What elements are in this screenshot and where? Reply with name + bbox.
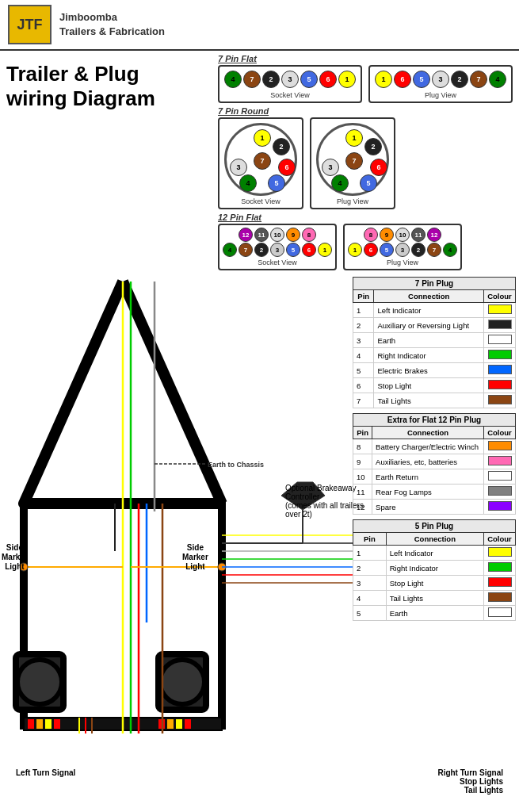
pin-s5: 5 <box>300 71 318 88</box>
pin-num: 2 <box>353 318 374 333</box>
flat7-row: 4 7 2 3 5 6 1 Socket View 1 6 5 3 2 <box>218 65 513 103</box>
col-colour: Colour <box>484 533 516 546</box>
pin12-p12: 12 <box>427 228 441 242</box>
rpin-p6: 6 <box>370 159 387 176</box>
pin-num: 5 <box>353 363 374 378</box>
diagrams-area: 7 Pin Flat 4 7 2 3 5 6 1 Socket View 1 <box>210 54 513 274</box>
pin-colour <box>484 606 516 621</box>
table-row: 9 Auxiliaries, etc, batteries <box>353 454 516 469</box>
col-connection: Connection <box>372 427 484 439</box>
main-wiring-area: Earth to Chassis Optional Brakeaway Cont… <box>0 274 519 765</box>
pin12-p10: 10 <box>395 228 410 242</box>
round7-row: 7 1 2 6 5 4 3 Socket View <box>218 117 513 209</box>
pin-colour <box>484 303 516 318</box>
side-marker-left-label: SideMarkerLight <box>2 543 28 572</box>
pin12-s2: 2 <box>254 243 269 257</box>
rpin-1: 1 <box>254 129 271 147</box>
pin12-p11: 11 <box>411 228 426 242</box>
pin-num: 6 <box>353 378 374 393</box>
bottom-labels: Left Turn Signal Right Turn Signal Stop … <box>0 765 519 798</box>
pin12-p2: 2 <box>411 243 426 257</box>
rpin-2: 2 <box>273 138 290 155</box>
pin-connection: Electric Brakes <box>374 363 484 378</box>
pin12-s3: 3 <box>270 243 284 257</box>
pin12-s7: 7 <box>239 243 253 257</box>
svg-rect-8 <box>36 719 43 729</box>
pin-num: 1 <box>353 546 387 561</box>
pin12-p5: 5 <box>380 243 394 257</box>
left-turn-signal-label: Left Turn Signal <box>16 768 75 795</box>
pin12-p3: 3 <box>395 243 410 257</box>
pin-connection: Battery Charger/Electric Winch <box>372 439 484 454</box>
pin12-p6: 6 <box>364 243 378 257</box>
rpin-p4: 4 <box>331 174 349 192</box>
svg-rect-12 <box>167 719 174 729</box>
table-row: 7 Tail Lights <box>353 393 516 408</box>
pin-connection: Left Indicator <box>386 546 483 561</box>
pin-colour <box>484 348 516 363</box>
pin-p2: 2 <box>451 71 468 88</box>
rpin-4: 4 <box>239 174 257 192</box>
round7-label: 7 Pin Round <box>218 106 513 116</box>
table-row: 1 Left Indicator <box>353 546 516 561</box>
table-7pin-title: 7 Pin Plug <box>353 278 516 290</box>
rpin-6: 6 <box>278 159 296 176</box>
pin-num: 3 <box>353 333 374 348</box>
svg-point-5 <box>160 660 204 704</box>
pin-num: 4 <box>353 348 374 363</box>
flat12-socket-caption: Socket View <box>223 259 332 266</box>
table-row: 1 Left Indicator <box>353 303 516 318</box>
flat12-row: 12 11 10 9 8 4 7 2 3 5 6 1 <box>218 224 513 270</box>
top-section: Trailer & Plugwiring Diagram 7 Pin Flat … <box>0 51 519 274</box>
table-row: 5 Earth <box>353 606 516 621</box>
pin-num: 2 <box>353 561 387 576</box>
pin-num: 9 <box>353 454 372 469</box>
col-pin: Pin <box>353 533 387 546</box>
pin-colour <box>484 454 516 469</box>
rpin-p3: 3 <box>322 159 339 176</box>
stop-lights-label: Stop Lights <box>437 777 503 786</box>
pin-num: 3 <box>353 576 387 591</box>
pin-num: 7 <box>353 393 374 408</box>
table-row: 4 Right Indicator <box>353 348 516 363</box>
pin-num: 5 <box>353 606 387 621</box>
flat12-plug-box: 8 9 10 11 12 1 6 5 3 2 7 4 <box>343 224 462 270</box>
pin-connection: Spare <box>372 500 484 515</box>
rpin-p5: 5 <box>360 174 377 192</box>
company-logo: JTF <box>8 5 52 44</box>
pin12-p7: 7 <box>427 243 441 257</box>
pin-s2: 2 <box>262 71 280 88</box>
pin-connection: Auxiliaries, etc, batteries <box>372 454 484 469</box>
pin12-s5: 5 <box>286 243 300 257</box>
pin-p4: 4 <box>489 71 506 88</box>
table-row: 5 Electric Brakes <box>353 363 516 378</box>
col-pin: Pin <box>353 427 372 439</box>
table-row: 12 Spare <box>353 500 516 515</box>
flat7-socket-box: 4 7 2 3 5 6 1 Socket View <box>218 65 362 103</box>
round7-plug-caption: Plug View <box>315 197 391 205</box>
pin-s3: 3 <box>281 71 299 88</box>
table-7pin: 7 Pin Plug Pin Connection Colour 1 Left … <box>353 277 516 408</box>
pin-num: 1 <box>353 303 374 318</box>
col-connection: Connection <box>374 290 484 303</box>
pin-connection: Tail Lights <box>374 393 484 408</box>
svg-rect-7 <box>28 719 34 729</box>
pin-num: 4 <box>353 591 387 606</box>
pin-num: 11 <box>353 485 372 500</box>
socket-view-caption: Socket View <box>223 91 357 99</box>
flat12-plug-caption: Plug View <box>348 259 457 266</box>
pin-connection: Earth <box>374 333 484 348</box>
pin-p3: 3 <box>432 71 449 88</box>
table-row: 2 Right Indicator <box>353 561 516 576</box>
pin-colour <box>484 561 516 576</box>
svg-rect-10 <box>54 719 60 729</box>
table-row: 8 Battery Charger/Electric Winch <box>353 439 516 454</box>
logo-text: JTF <box>17 17 42 32</box>
col-connection: Connection <box>386 533 483 546</box>
table-row: 3 Earth <box>353 333 516 348</box>
table-row: 2 Auxiliary or Reversing Light <box>353 318 516 333</box>
col-colour: Colour <box>484 290 516 303</box>
table-12pin-title: Extra for Flat 12 Pin Plug <box>353 414 516 427</box>
table-5pin-title: 5 Pin Plug <box>353 520 516 533</box>
pin12-s9: 9 <box>286 228 300 242</box>
